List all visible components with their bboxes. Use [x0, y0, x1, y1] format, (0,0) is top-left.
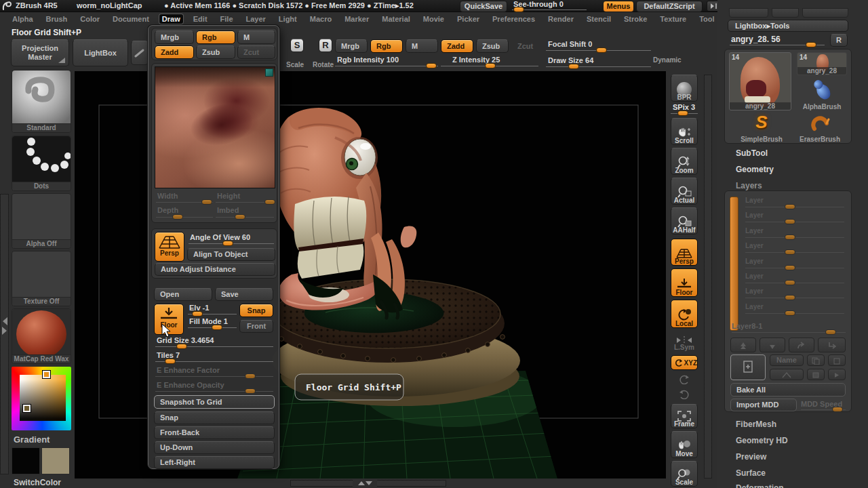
menu-item-brush[interactable]: Brush	[43, 14, 71, 24]
lightbox-button[interactable]: LightBox	[73, 39, 128, 66]
spix-slider[interactable]	[671, 110, 698, 117]
height-slider[interactable]	[216, 199, 274, 205]
menus-button[interactable]: Menus	[603, 1, 634, 12]
menu-item-light[interactable]: Light	[276, 14, 300, 24]
material-tile[interactable]: MatCap Red Wax	[12, 308, 71, 364]
tool-thumbnail-selected[interactable]: 14 angry_28	[729, 52, 791, 110]
section-preview[interactable]: Preview	[736, 452, 766, 462]
zadd-button[interactable]: Zadd	[441, 39, 473, 53]
switchcolor-label[interactable]: SwitchColor	[14, 478, 61, 487]
layer-row-slider[interactable]	[745, 265, 844, 271]
draw-m-button[interactable]: M	[237, 30, 275, 44]
color-picker-hue-marker[interactable]	[43, 371, 50, 378]
menu-item-material[interactable]: Material	[379, 14, 413, 24]
layer-invert-button[interactable]	[770, 369, 804, 380]
scroll-button[interactable]: Scroll	[671, 118, 698, 145]
section-layers[interactable]: Layers	[736, 181, 762, 190]
preview-corner-icon[interactable]	[265, 68, 273, 77]
draw-zsub-button[interactable]: Zsub	[196, 45, 235, 59]
menu-item-movie[interactable]: Movie	[420, 14, 447, 24]
actual-button[interactable]: Actual	[671, 178, 698, 205]
layer-row[interactable]: Layer	[725, 242, 852, 257]
floor-save-button[interactable]: Save	[215, 288, 273, 301]
frame-button[interactable]: Frame	[671, 404, 698, 428]
m-button[interactable]: M	[406, 39, 438, 53]
mrgb-button[interactable]: Mrgb	[335, 39, 368, 53]
layer-row-slider[interactable]	[745, 219, 844, 225]
rotate-mode-button[interactable]: R	[319, 39, 332, 52]
draw-preview-image[interactable]	[155, 66, 275, 188]
projection-master-button[interactable]: Projection Master	[11, 39, 69, 66]
color-picker-sv-marker[interactable]	[23, 405, 31, 412]
lsym-button[interactable]: L.Sym	[671, 332, 698, 351]
menu-item-layer[interactable]: Layer	[243, 14, 269, 24]
brush-tile-standard[interactable]: Standard	[12, 70, 71, 133]
layer-row-slider[interactable]	[745, 295, 844, 301]
layer-row-slider[interactable]	[745, 235, 844, 241]
layer-split-button[interactable]	[789, 338, 814, 352]
main-color-swatch[interactable]	[12, 447, 40, 474]
tool-thumbnail-small[interactable]: 14 angry_28	[797, 52, 847, 75]
alpha-tile[interactable]: Alpha Off	[12, 193, 71, 249]
zoom-button[interactable]: Zoom	[671, 148, 698, 175]
color-picker-sv-square[interactable]	[20, 375, 66, 421]
rgb-button[interactable]: Rgb	[370, 39, 403, 53]
left-right-button[interactable]: Left-Right	[154, 456, 275, 469]
color-picker[interactable]	[12, 367, 71, 430]
draw-zadd-button[interactable]: Zadd	[155, 45, 194, 59]
menu-item-stencil[interactable]: Stencil	[584, 14, 614, 24]
menu-item-color[interactable]: Color	[77, 14, 102, 24]
mdd-speed-slider[interactable]	[801, 407, 846, 413]
canvas-scroll-arrows-icon[interactable]	[353, 480, 377, 487]
see-through-slider[interactable]	[512, 7, 587, 13]
rotate-y-button[interactable]	[671, 373, 698, 386]
draw-persp-button[interactable]: Persp	[155, 232, 184, 262]
secondary-color-swatch[interactable]	[41, 447, 70, 474]
section-surface[interactable]: Surface	[736, 468, 766, 478]
elv-slider[interactable]	[188, 311, 237, 317]
tool-topbar-stub-3[interactable]	[802, 8, 848, 18]
lightbox-tools-header[interactable]: Lightbox▸Tools	[728, 20, 848, 32]
width-slider[interactable]	[156, 199, 213, 205]
aahalf-button[interactable]: AAHalf	[671, 207, 698, 235]
z-intensity-slider[interactable]	[441, 63, 538, 69]
layer-row-slider[interactable]	[745, 310, 844, 317]
fill-mode-slider[interactable]	[188, 325, 237, 331]
tool-slider[interactable]	[730, 42, 825, 48]
section-fibermesh[interactable]: FiberMesh	[736, 420, 776, 429]
snapshot-to-grid-button[interactable]: Snapshot To Grid	[154, 395, 275, 409]
tool-simplebrush[interactable]: S SimpleBrush	[734, 112, 789, 143]
floor-front-button[interactable]: Front	[239, 320, 273, 333]
left-edge-divider-arrows-icon[interactable]	[1, 316, 9, 336]
menu-item-alpha[interactable]: Alpha	[9, 14, 36, 24]
section-subtool[interactable]: SubTool	[736, 148, 768, 158]
depth-slider[interactable]	[156, 214, 213, 220]
import-mdd-button[interactable]: Import MDD	[730, 399, 797, 411]
layer-up-button[interactable]	[730, 338, 756, 352]
layer-record-button[interactable]	[807, 369, 825, 380]
layer-row[interactable]: Layer	[725, 303, 852, 318]
scale-button[interactable]: Scale	[671, 461, 698, 487]
restore-config-button[interactable]: R	[830, 34, 848, 47]
zcut-button[interactable]: Zcut	[511, 39, 541, 53]
floor-open-button[interactable]: Open	[154, 288, 212, 301]
menu-item-macro[interactable]: Macro	[307, 14, 334, 24]
quicksave-button[interactable]: QuickSave	[460, 1, 507, 12]
up-down-button[interactable]: Up-Down	[154, 441, 275, 454]
draw-mrgb-button[interactable]: Mrgb	[155, 30, 194, 44]
menu-item-marker[interactable]: Marker	[342, 14, 372, 24]
layer-duplicate-button[interactable]	[807, 354, 825, 366]
draw-size-slider[interactable]	[546, 64, 651, 70]
layer-row[interactable]: Layer	[725, 272, 852, 287]
tool-alphabrush[interactable]: AlphaBrush	[797, 77, 847, 110]
layer-row-slider[interactable]	[745, 280, 844, 286]
layer-row[interactable]: Layer	[725, 197, 852, 211]
zsub-button[interactable]: Zsub	[476, 39, 509, 53]
menu-item-stroke[interactable]: Stroke	[621, 14, 650, 24]
menu-item-preferences[interactable]: Preferences	[490, 14, 538, 24]
layer-play-button[interactable]	[828, 369, 846, 380]
menu-item-render[interactable]: Render	[545, 14, 576, 24]
hidden-toolbar-button[interactable]	[131, 41, 149, 65]
layer-name-button[interactable]: Name	[770, 354, 804, 366]
new-layer-button[interactable]	[730, 354, 766, 380]
